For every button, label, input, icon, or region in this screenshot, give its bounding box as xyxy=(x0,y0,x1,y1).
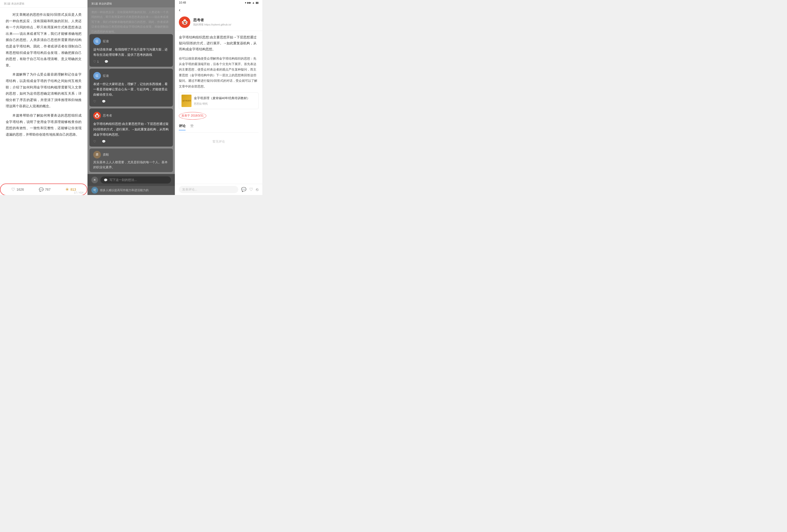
close-button[interactable]: × xyxy=(91,177,98,183)
reply-action-3[interactable]: 💬 xyxy=(102,140,106,143)
tab-comments[interactable]: 评论 xyxy=(179,123,186,130)
main-title-text: 金字塔结构组织思想:由主要思想开始→下层思想通过疑问/回答的方式，进行展开。→如… xyxy=(179,34,258,52)
profile-name: 思考者 xyxy=(193,18,231,22)
tab-likes[interactable]: 赞 xyxy=(190,123,194,130)
like-bottom-icon[interactable]: ♡ xyxy=(249,187,253,192)
avatar-2: 征 xyxy=(93,72,101,80)
comment-header-2: 征 征途 xyxy=(93,72,169,80)
statusbar: 10:48 ● ▶▶ ▲ ▮▮ xyxy=(175,0,262,5)
like-action-2[interactable]: ♡ xyxy=(93,99,96,103)
comment-actions-2: ♡ 💬 xyxy=(93,99,169,103)
heart-icon: ♡ xyxy=(11,187,15,192)
reply-action-2[interactable]: 💬 xyxy=(102,99,106,103)
profile-avatar: 🤡 xyxy=(179,17,190,28)
reply-icon-3: 💬 xyxy=(102,140,106,143)
username-3: 思考者 xyxy=(103,113,112,118)
middle-panel: 第1篇 表达的逻辑 类的一种自然反应，没有国籍和民族的区别。人类还有一个共同的特… xyxy=(87,0,175,195)
comment-card-2: 征 征途 表述一些让大家听进去，理解了，记住的东西很难，看一看是否能够让受众心头… xyxy=(89,69,173,107)
close-icon: × xyxy=(93,178,95,182)
comment-icon: 💬 xyxy=(39,187,44,192)
comment-card-3: 🤡 思考者 金字塔结构组织思想:由主要思想开始→下层思想通过疑问/回答的方式，进… xyxy=(89,108,173,146)
battery-bar: ▮▮ xyxy=(256,1,258,4)
comment-text-3: 金字塔结构组织思想:由主要思想开始→下层思想通过疑问/回答的方式，进行展开。→如… xyxy=(93,121,169,137)
like-count: 1626 xyxy=(17,187,24,192)
reply-icon-1: 💬 xyxy=(104,60,108,63)
status-icons: ● ▶▶ ▲ ▮▮ xyxy=(245,1,258,4)
book-info: 金字塔原理（麦肯锡40年经典培训教材） 芭芭拉·明托 xyxy=(194,95,250,106)
comment-text-2: 表述一些让大家听进去，理解了，记住的东西很难，看一看是否能够让受众心头一震，引起… xyxy=(93,82,169,97)
like-action[interactable]: ♡ 1626 xyxy=(11,187,24,192)
partial-username: 龚毅 xyxy=(103,153,109,157)
mid-breadcrumb: 第1篇 表达的逻辑 xyxy=(87,0,175,7)
battery-icon: ● xyxy=(245,1,246,4)
right-nav: ‹ xyxy=(175,5,262,15)
avatar-1: 征 xyxy=(93,38,101,45)
comment-text-1: 这句话很关键，给我指明了不光只是学习沟通方面，还有在生活处理琐事方面，提供了思考… xyxy=(93,47,169,58)
book-author: 芭芭拉·明托 xyxy=(194,102,250,106)
comment-card-1: 征 征途 这句话很关键，给我指明了不光只是学习沟通方面，还有在生活处理琐事方面，… xyxy=(89,34,173,67)
avatar-3: 🤡 xyxy=(93,112,101,119)
profile-info: 思考者 我的博客:https://sykent.github.io/ xyxy=(193,18,231,26)
mid-bottom-bar: × 💬 写下这一刻的想法... xyxy=(87,174,175,186)
left-para-2: 本篇解释了为什么受众最容易理解和记住金字塔结构，以及组成金字塔的子结构之间如何互… xyxy=(6,71,82,109)
left-footer: ♡ 1626 💬 767 ✳ 813 17 / 414 xyxy=(0,184,87,195)
bottom-partial-text: 很多人难以提高写作能力和进活能力的 xyxy=(100,188,149,192)
comment-count: 767 xyxy=(45,187,50,192)
main-body-text: 你可以很容易地使受众理解用金字塔结构组织的思想：先从金字塔的最顶端开始，沿各个分… xyxy=(179,56,258,89)
comment-bottom-icon[interactable]: 💬 xyxy=(241,187,246,192)
compose-area[interactable]: 💬 写下这一刻的想法... xyxy=(100,176,171,183)
page-number: 17 / 414 xyxy=(74,191,83,194)
book-cover: 金字塔原理 xyxy=(182,95,192,107)
compose-placeholder: 写下这一刻的想法... xyxy=(109,178,137,182)
right-bottom-bar: 发表评论... 💬 ♡ ⎋ xyxy=(175,184,262,195)
partial-comment-card: 龚 龚毅 其实基本上人人都需要，尤其是职场的每一个人。基本的职业化素养。 xyxy=(89,149,173,172)
partial-avatar: 龚 xyxy=(93,151,101,158)
no-comment: 暂无评论 xyxy=(179,135,258,148)
book-title: 金字塔原理（麦肯锡40年经典培训教材） xyxy=(194,95,250,101)
like-icon-1: ♡ xyxy=(93,60,96,63)
left-panel: 第1篇 表达的逻辑 对文章阐述的思想作出疑问/回答式反应是人类的一种自然反应，没… xyxy=(0,0,87,195)
left-breadcrumb: 第1篇 表达的逻辑 xyxy=(0,0,87,8)
wifi-icon: ▲ xyxy=(252,1,255,4)
compose-icon: 💬 xyxy=(104,178,108,182)
comment-actions-1: ♡ 1 💬 xyxy=(93,60,169,63)
right-panel: 10:48 ● ▶▶ ▲ ▮▮ ‹ 🤡 思考者 我的博客:https://syk… xyxy=(175,0,262,195)
right-main-content: 金字塔结构组织思想:由主要思想开始→下层思想通过疑问/回答的方式，进行展开。→如… xyxy=(175,31,262,184)
partial-text: 其实基本上人人都需要，尤其是职场的每一个人。基本的职业化素养。 xyxy=(93,160,169,170)
share-bottom-icon[interactable]: ⎋ xyxy=(256,187,258,192)
like-action-1[interactable]: ♡ 1 xyxy=(93,60,99,63)
publish-date: 发表于 2018/3/31 xyxy=(179,112,206,120)
mid-scroll-area[interactable]: 征 征途 这句话很关键，给我指明了不光只是学习沟通方面，还有在生活处理琐事方面，… xyxy=(87,34,175,174)
username-1: 征途 xyxy=(103,39,109,43)
signal-icon: ▶▶ xyxy=(247,1,251,4)
book-card[interactable]: 金字塔原理 金字塔原理（麦肯锡40年经典培训教材） 芭芭拉·明托 xyxy=(179,92,258,109)
username-2: 征途 xyxy=(103,74,109,78)
profile-link[interactable]: 我的博客:https://sykent.github.io/ xyxy=(193,23,231,26)
like-icon-3: ♡ xyxy=(93,140,96,143)
comment-actions-3: ♡ 💬 xyxy=(93,140,169,143)
comment-input[interactable]: 发表评论... xyxy=(179,186,238,193)
status-time: 10:48 xyxy=(179,1,186,4)
reply-icon-2: 💬 xyxy=(102,99,106,103)
share-count: 813 xyxy=(70,187,76,192)
comment-header-1: 征 征途 xyxy=(93,38,169,45)
comment-action[interactable]: 💬 767 xyxy=(39,187,50,192)
bottom-partial: 可 很多人难以提高写作能力和进活能力的 xyxy=(87,186,175,195)
reply-action-1[interactable]: 💬 xyxy=(104,60,108,63)
tabs-row: 评论 赞 xyxy=(179,123,258,133)
like-action-3[interactable]: ♡ xyxy=(93,140,96,143)
partial-header: 龚 龚毅 xyxy=(93,151,169,158)
mid-bg-text: 类的一种自然反应，没有国籍和民族的区别。人类还有一个共同的特点，即只有用某种方式… xyxy=(87,7,175,34)
share-icon: ✳ xyxy=(65,187,69,192)
right-profile: 🤡 思考者 我的博客:https://sykent.github.io/ xyxy=(175,15,262,31)
left-para-3: 本篇将帮助你了解如何将要表达的思想组织成金字塔结构，说明了使用金字塔原理能够检查… xyxy=(6,112,82,137)
bottom-partial-avatar: 可 xyxy=(91,187,98,194)
comment-header-3: 🤡 思考者 xyxy=(93,112,169,119)
like-icon-2: ♡ xyxy=(93,99,96,103)
left-para-1: 对文章阐述的思想作出疑问/回答式反应是人类的一种自然反应，没有国籍和民族的区别。… xyxy=(6,12,82,68)
left-content: 对文章阐述的思想作出疑问/回答式反应是人类的一种自然反应，没有国籍和民族的区别。… xyxy=(0,8,87,184)
back-button[interactable]: ‹ xyxy=(179,7,180,13)
